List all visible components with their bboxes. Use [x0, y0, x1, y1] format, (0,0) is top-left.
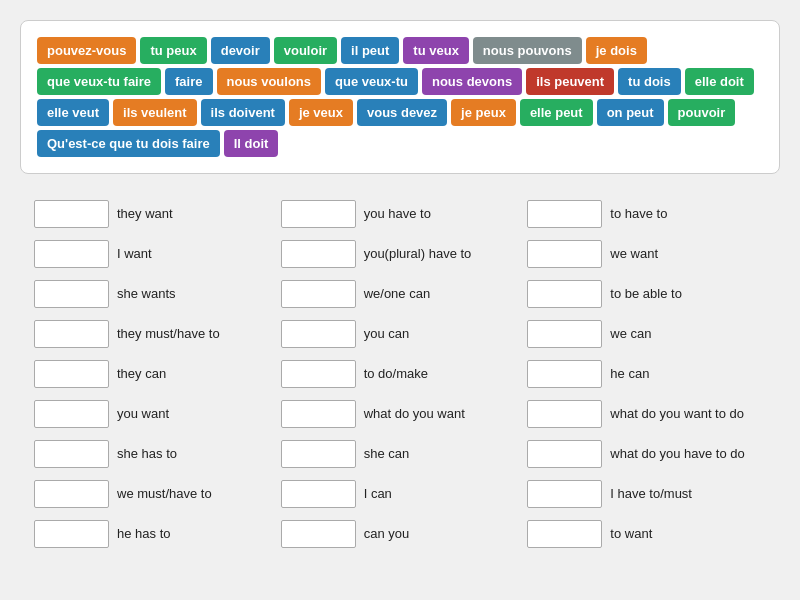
word-chip-20[interactable]: vous devez: [357, 99, 447, 126]
match-label: we/one can: [364, 286, 431, 303]
match-label: what do you want: [364, 406, 465, 423]
match-row: to be able to: [523, 274, 770, 314]
word-chip-7[interactable]: je dois: [586, 37, 647, 64]
match-row: you want: [30, 394, 277, 434]
word-chip-11[interactable]: que veux-tu: [325, 68, 418, 95]
match-input-c0-r3[interactable]: [34, 320, 109, 348]
match-label: I have to/must: [610, 486, 692, 503]
word-chip-18[interactable]: ils doivent: [201, 99, 285, 126]
match-column-0: they wantI wantshe wantsthey must/have t…: [30, 194, 277, 554]
word-chip-24[interactable]: pouvoir: [668, 99, 736, 126]
match-input-c2-r8[interactable]: [527, 520, 602, 548]
match-input-c2-r5[interactable]: [527, 400, 602, 428]
match-row: we want: [523, 234, 770, 274]
word-chip-5[interactable]: tu veux: [403, 37, 469, 64]
match-label: to have to: [610, 206, 667, 223]
match-label: they must/have to: [117, 326, 220, 343]
match-input-c2-r1[interactable]: [527, 240, 602, 268]
match-label: she wants: [117, 286, 176, 303]
match-input-c1-r5[interactable]: [281, 400, 356, 428]
word-chip-19[interactable]: je veux: [289, 99, 353, 126]
match-input-c1-r2[interactable]: [281, 280, 356, 308]
word-chip-9[interactable]: faire: [165, 68, 212, 95]
match-input-c1-r1[interactable]: [281, 240, 356, 268]
match-label: he can: [610, 366, 649, 383]
match-input-c1-r6[interactable]: [281, 440, 356, 468]
match-input-c2-r0[interactable]: [527, 200, 602, 228]
word-chip-12[interactable]: nous devons: [422, 68, 522, 95]
matching-section: they wantI wantshe wantsthey must/have t…: [20, 194, 780, 554]
word-chip-6[interactable]: nous pouvons: [473, 37, 582, 64]
match-label: we want: [610, 246, 658, 263]
word-bank-container: pouvez-voustu peuxdevoirvouloiril peuttu…: [20, 20, 780, 174]
match-input-c2-r4[interactable]: [527, 360, 602, 388]
match-label: you can: [364, 326, 410, 343]
match-input-c1-r3[interactable]: [281, 320, 356, 348]
match-row: to have to: [523, 194, 770, 234]
word-chip-2[interactable]: devoir: [211, 37, 270, 64]
match-row: he can: [523, 354, 770, 394]
match-label: he has to: [117, 526, 171, 543]
match-row: can you: [277, 514, 524, 554]
word-chip-1[interactable]: tu peux: [140, 37, 206, 64]
match-label: you have to: [364, 206, 431, 223]
match-label: we can: [610, 326, 651, 343]
word-chip-0[interactable]: pouvez-vous: [37, 37, 136, 64]
word-chip-22[interactable]: elle peut: [520, 99, 593, 126]
word-chip-8[interactable]: que veux-tu faire: [37, 68, 161, 95]
word-chip-23[interactable]: on peut: [597, 99, 664, 126]
match-label: we must/have to: [117, 486, 212, 503]
match-input-c0-r6[interactable]: [34, 440, 109, 468]
word-chip-13[interactable]: ils peuvent: [526, 68, 614, 95]
match-input-c2-r3[interactable]: [527, 320, 602, 348]
match-row: I have to/must: [523, 474, 770, 514]
match-row: I can: [277, 474, 524, 514]
match-row: they must/have to: [30, 314, 277, 354]
word-chip-17[interactable]: ils veulent: [113, 99, 197, 126]
match-input-c0-r5[interactable]: [34, 400, 109, 428]
word-chip-4[interactable]: il peut: [341, 37, 399, 64]
word-chip-14[interactable]: tu dois: [618, 68, 681, 95]
word-chip-21[interactable]: je peux: [451, 99, 516, 126]
match-input-c0-r2[interactable]: [34, 280, 109, 308]
match-label: to do/make: [364, 366, 428, 383]
match-row: they want: [30, 194, 277, 234]
match-row: she can: [277, 434, 524, 474]
match-row: what do you have to do: [523, 434, 770, 474]
match-label: she has to: [117, 446, 177, 463]
match-column-2: to have towe wantto be able towe canhe c…: [523, 194, 770, 554]
match-row: what do you want to do: [523, 394, 770, 434]
match-row: to want: [523, 514, 770, 554]
word-chip-25[interactable]: Qu'est-ce que tu dois faire: [37, 130, 220, 157]
match-input-c0-r4[interactable]: [34, 360, 109, 388]
match-input-c1-r4[interactable]: [281, 360, 356, 388]
match-label: they can: [117, 366, 166, 383]
match-input-c1-r8[interactable]: [281, 520, 356, 548]
word-bank: pouvez-voustu peuxdevoirvouloiril peuttu…: [37, 37, 763, 157]
match-input-c2-r6[interactable]: [527, 440, 602, 468]
match-input-c2-r2[interactable]: [527, 280, 602, 308]
match-input-c0-r7[interactable]: [34, 480, 109, 508]
word-chip-3[interactable]: vouloir: [274, 37, 337, 64]
match-label: they want: [117, 206, 173, 223]
word-chip-16[interactable]: elle veut: [37, 99, 109, 126]
word-chip-10[interactable]: nous voulons: [217, 68, 322, 95]
match-input-c0-r0[interactable]: [34, 200, 109, 228]
match-input-c0-r8[interactable]: [34, 520, 109, 548]
match-row: you(plural) have to: [277, 234, 524, 274]
match-label: to be able to: [610, 286, 682, 303]
match-row: I want: [30, 234, 277, 274]
word-chip-15[interactable]: elle doit: [685, 68, 754, 95]
match-input-c1-r7[interactable]: [281, 480, 356, 508]
match-column-1: you have toyou(plural) have towe/one can…: [277, 194, 524, 554]
match-row: to do/make: [277, 354, 524, 394]
match-label: I can: [364, 486, 392, 503]
match-label: to want: [610, 526, 652, 543]
match-label: you want: [117, 406, 169, 423]
match-input-c2-r7[interactable]: [527, 480, 602, 508]
word-chip-26[interactable]: Il doit: [224, 130, 279, 157]
match-row: we must/have to: [30, 474, 277, 514]
match-row: you have to: [277, 194, 524, 234]
match-input-c1-r0[interactable]: [281, 200, 356, 228]
match-input-c0-r1[interactable]: [34, 240, 109, 268]
